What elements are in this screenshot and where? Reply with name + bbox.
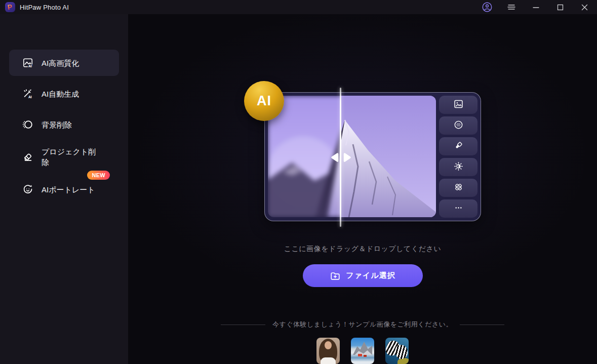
sidebar-item-label: AI自動生成 [42,89,79,99]
sidebar-item-ai-enhance[interactable]: AI AI高画質化 [9,50,119,76]
denoise-tool-button [439,116,477,135]
repair-tool-button [439,179,477,197]
sidebar-item-ai-portrait[interactable]: NEW AIポートレート [9,176,119,203]
drop-hint-text: ここに画像をドラッグ＆ドロップしてください [284,245,441,254]
more-dots-icon [453,203,464,215]
sidebar: AI AI高画質化 AI AI自動生成 [0,14,128,364]
slider-right-arrow-icon [343,152,352,165]
edit-toolbar [436,96,477,218]
tip-divider-left [221,325,265,325]
folder-plus-icon [330,270,341,281]
sidebar-item-background-removal[interactable]: 背景削除 [9,111,119,138]
object-eraser-icon [22,151,33,163]
image-tool-button [439,96,477,114]
sample-image-fish[interactable] [385,338,409,364]
app-window: P HitPaw Photo AI [0,0,597,364]
maximize-icon [557,4,564,11]
new-badge: NEW [87,171,110,180]
slider-left-arrow-icon [330,152,339,165]
brightness-tool-button [439,158,477,176]
maximize-button[interactable] [552,1,568,14]
app-title: HitPaw Photo AI [20,4,69,11]
close-icon [581,4,588,11]
svg-text:AI: AI [28,64,32,68]
minimize-icon [533,4,539,11]
titlebar: P HitPaw Photo AI [0,0,597,14]
sidebar-item-label: プロジェクト削除 [42,146,100,168]
app-logo: P [5,2,15,12]
before-after-image [268,96,436,217]
ai-generate-icon: AI [22,88,33,99]
denoise-icon [453,119,464,132]
background-removal-icon [22,119,33,130]
account-icon [482,2,493,13]
sidebar-item-label: 背景削除 [42,119,72,130]
menu-icon [507,4,515,11]
more-tool-button [439,199,477,218]
sidebar-item-label: AIポートレート [42,184,95,195]
colorize-tool-button [439,137,477,155]
main-drop-area[interactable]: AI ここに画像をドラッグ＆ドロップしてください ファイル選択 今すぐ体験しまし… [128,14,597,364]
hero-illustration: AI [244,81,481,227]
close-button[interactable] [577,1,592,14]
sample-tip-text: 今すぐ体験しましょう！サンプル画像をご利用ください。 [272,320,453,329]
ai-enhance-icon: AI [22,57,33,68]
account-button[interactable] [480,1,495,14]
brightness-icon [453,161,464,174]
compare-card [264,92,481,221]
sample-image-portrait[interactable] [316,338,340,364]
colorize-brush-icon [453,140,464,153]
sample-image-landscape[interactable] [351,338,374,364]
sample-tip-row: 今すぐ体験しましょう！サンプル画像をご利用ください。 [221,320,504,329]
select-file-button[interactable]: ファイル選択 [303,264,423,287]
ai-portrait-icon [22,184,33,195]
minimize-button[interactable] [528,1,543,14]
ai-gold-badge: AI [244,81,284,121]
sidebar-item-object-eraser[interactable]: プロジェクト削除 [9,142,119,172]
svg-text:AI: AI [28,95,32,99]
select-file-label: ファイル選択 [346,271,395,280]
tip-divider-right [460,325,504,325]
compare-slider-line [340,88,341,227]
repair-patch-icon [453,182,464,194]
sidebar-item-label: AI高画質化 [42,58,79,68]
menu-button[interactable] [504,1,519,14]
sample-image-row [316,338,409,364]
sidebar-item-ai-generate[interactable]: AI AI自動生成 [9,80,119,107]
image-icon [453,99,464,111]
